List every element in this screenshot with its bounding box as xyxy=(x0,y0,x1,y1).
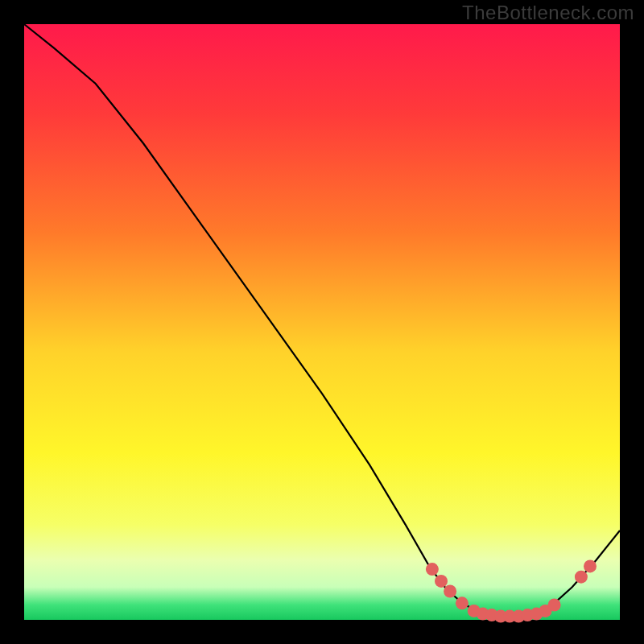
data-marker xyxy=(444,585,456,598)
data-marker xyxy=(456,597,469,609)
chart-container: TheBottleneck.com xyxy=(0,0,644,644)
data-marker xyxy=(584,559,597,572)
data-marker xyxy=(575,571,588,584)
data-marker xyxy=(548,599,561,612)
watermark-text: TheBottleneck.com xyxy=(462,2,634,24)
gradient-background xyxy=(24,24,620,620)
data-marker xyxy=(435,575,448,588)
bottleneck-chart xyxy=(0,0,644,644)
data-marker xyxy=(426,563,439,576)
